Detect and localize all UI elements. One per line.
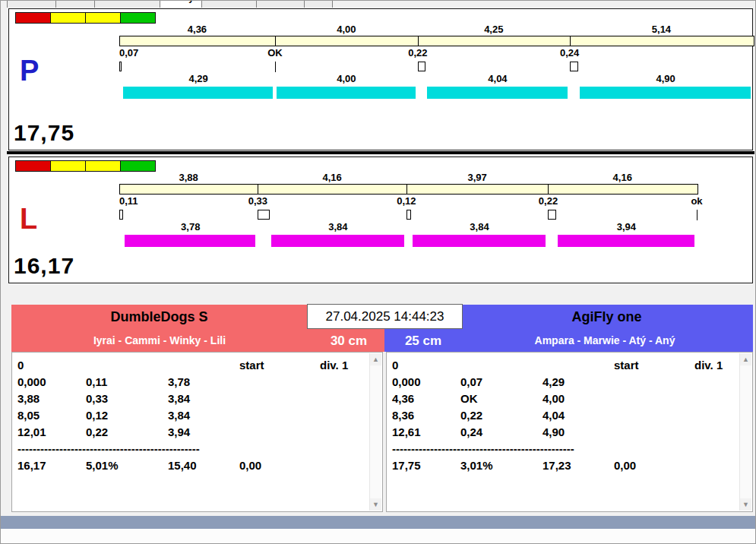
status-light bbox=[50, 160, 86, 172]
crossing-marker bbox=[548, 210, 555, 220]
traffic-lights bbox=[15, 160, 155, 172]
result-cell: 12,61 bbox=[392, 425, 421, 440]
split-time-label: 3,88 bbox=[179, 172, 198, 183]
split-divider bbox=[418, 36, 419, 46]
footer-margin bbox=[1, 529, 755, 543]
status-light bbox=[120, 160, 156, 172]
result-cell: 16,17 bbox=[17, 458, 46, 473]
split-divider bbox=[258, 184, 258, 195]
interval-label: 0,33 bbox=[248, 196, 267, 207]
crossing-marker bbox=[418, 62, 425, 71]
tab-0[interactable]: Rozbeh bbox=[7, 1, 56, 8]
result-list-right[interactable]: 0startdiv. 10,0000,074,294,36OK4,008,360… bbox=[386, 352, 753, 512]
result-cell: 0 bbox=[392, 358, 398, 373]
result-cell: div. 1 bbox=[694, 358, 723, 373]
result-cell: 3,78 bbox=[168, 375, 190, 390]
result-table: 0startdiv. 10,0000,074,294,36OK4,008,360… bbox=[387, 353, 740, 511]
result-cell: 0 bbox=[17, 358, 24, 373]
scrollbar[interactable]: ▲ ▼ bbox=[739, 353, 751, 511]
dog-time-label: 4,90 bbox=[656, 74, 675, 84]
team-name: AgiFly one bbox=[460, 305, 753, 330]
split-time-label: 4,25 bbox=[484, 24, 503, 35]
status-light bbox=[15, 160, 51, 172]
result-cell: 3,88 bbox=[17, 391, 40, 406]
dog-run-bar bbox=[277, 87, 416, 99]
tab-label: Rozbeh bbox=[15, 1, 48, 3]
interval-label: 0,11 bbox=[119, 196, 138, 207]
dog-time-label: 4,04 bbox=[488, 74, 507, 84]
app-window: RozbehCidlaKombi GrafDráhyDružstvaKR / S… bbox=[0, 0, 756, 544]
tab-label: Kombi Graf bbox=[103, 1, 152, 3]
interval-label: 0,22 bbox=[539, 196, 558, 207]
tab-3[interactable]: Dráhy bbox=[160, 1, 202, 8]
result-cell: start bbox=[239, 358, 264, 373]
scroll-down-icon[interactable]: ▼ bbox=[740, 498, 751, 511]
status-light bbox=[50, 12, 86, 24]
result-cell: 0,00 bbox=[614, 458, 636, 473]
datetime-display: 27.04.2025 14:44:23 bbox=[307, 304, 463, 329]
split-divider bbox=[570, 36, 571, 46]
interval-label: 0,24 bbox=[560, 48, 579, 59]
tab-1[interactable]: Cidla bbox=[55, 1, 94, 8]
tab-2[interactable]: Kombi Graf bbox=[94, 1, 160, 8]
traffic-lights bbox=[15, 12, 155, 24]
result-cell: 3,84 bbox=[168, 391, 190, 406]
dog-time-label: 3,78 bbox=[181, 222, 200, 232]
result-cell: 12,01 bbox=[17, 425, 46, 440]
end-marker bbox=[697, 210, 697, 220]
dog-time-label: 3,84 bbox=[470, 222, 489, 232]
result-cell: 3,01% bbox=[460, 458, 493, 473]
tab-row: RozbehCidlaKombi GrafDráhyDružstvaKR / S… bbox=[7, 1, 332, 8]
dog-time-label: 4,00 bbox=[337, 74, 356, 84]
tab-4[interactable]: Družstva bbox=[201, 1, 257, 8]
result-list-left[interactable]: 0startdiv. 10,0000,113,783,880,333,848,0… bbox=[11, 352, 383, 512]
lane-total-time: 17,75 bbox=[14, 120, 74, 146]
separator-line: ----------------------------------------… bbox=[17, 441, 261, 457]
status-light bbox=[15, 12, 51, 24]
lane-letter: P bbox=[20, 56, 39, 85]
scrollbar[interactable]: ▲ ▼ bbox=[369, 353, 381, 511]
footer-bar bbox=[1, 516, 755, 529]
result-cell: 4,36 bbox=[392, 391, 414, 406]
lane-panel-p: P 4,360,074,294,00OK4,004,250,224,045,14… bbox=[8, 8, 753, 150]
lane-letter: L bbox=[20, 204, 37, 233]
scroll-down-icon[interactable]: ▼ bbox=[370, 498, 381, 511]
panel-divider bbox=[7, 151, 754, 154]
lane-chart: 4,360,074,294,00OK4,004,250,224,045,140,… bbox=[119, 24, 752, 109]
split-divider bbox=[275, 36, 276, 46]
result-cell: 17,75 bbox=[392, 458, 421, 473]
result-cell: 0,000 bbox=[392, 375, 421, 390]
tab-5[interactable]: KR / ST bbox=[256, 1, 305, 8]
interval-label: 0,07 bbox=[119, 48, 138, 59]
result-cell: 4,04 bbox=[542, 408, 565, 423]
result-cell: 4,90 bbox=[542, 425, 565, 440]
dog-run-bar bbox=[413, 235, 546, 247]
dog-run-bar bbox=[427, 87, 567, 99]
result-cell: 0,33 bbox=[86, 391, 108, 406]
crossing-marker bbox=[570, 62, 578, 71]
result-cell: 5,01% bbox=[86, 458, 119, 473]
tab-label: Družstva bbox=[210, 1, 248, 3]
interval-label: OK bbox=[267, 48, 283, 59]
result-cell: 17,23 bbox=[542, 458, 571, 473]
result-cell: 0,000 bbox=[17, 375, 46, 390]
split-time-label: 4,36 bbox=[188, 24, 207, 35]
tab-6[interactable]: DL bbox=[304, 1, 333, 8]
tab-label: Cidla bbox=[64, 1, 86, 3]
jump-height-badge: 25 cm bbox=[392, 330, 454, 352]
result-cell: start bbox=[614, 358, 639, 373]
result-cell: 0,07 bbox=[460, 375, 482, 390]
scroll-up-icon[interactable]: ▲ bbox=[740, 353, 751, 365]
split-divider bbox=[548, 184, 549, 195]
crossing-marker bbox=[258, 210, 270, 220]
scroll-up-icon[interactable]: ▲ bbox=[370, 353, 381, 365]
result-cell: 3,94 bbox=[168, 425, 190, 440]
dog-time-label: 3,84 bbox=[328, 222, 347, 232]
result-cell: 4,00 bbox=[542, 391, 565, 406]
team-dog-names: Ampara - Marwie - Atý - Aný bbox=[460, 330, 749, 352]
result-cell: 0,24 bbox=[460, 425, 482, 440]
crossing-marker bbox=[119, 62, 122, 71]
result-cell: 0,22 bbox=[86, 425, 108, 440]
result-cell: 0,00 bbox=[239, 458, 261, 473]
result-cell: 15,40 bbox=[168, 458, 197, 473]
